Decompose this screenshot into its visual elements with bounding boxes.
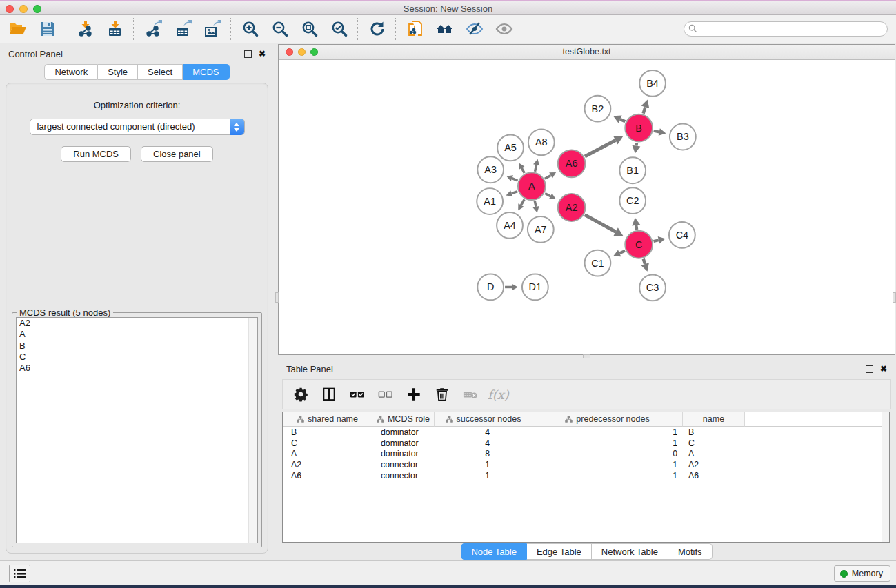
edge-C-C4[interactable] xyxy=(654,240,659,241)
table-scrollbar[interactable] xyxy=(882,412,889,542)
graph-node-B1[interactable]: B1 xyxy=(619,157,646,183)
tab-edge-table[interactable]: Edge Table xyxy=(527,543,592,560)
table-cell[interactable]: 0 xyxy=(532,449,683,460)
close-panel-button[interactable]: Close panel xyxy=(141,146,213,162)
tab-style[interactable]: Style xyxy=(98,64,138,80)
table-cell[interactable]: 1 xyxy=(532,470,683,481)
table-cell[interactable]: 1 xyxy=(532,438,683,449)
open-icon[interactable] xyxy=(8,20,27,39)
graph-node-B4[interactable]: B4 xyxy=(639,70,666,97)
table-row[interactable]: Adominator80A xyxy=(283,449,889,460)
edge-B-B4[interactable] xyxy=(644,107,646,113)
table-cell[interactable]: 8 xyxy=(435,449,532,460)
duplicate-network-icon[interactable] xyxy=(406,20,424,39)
tab-select[interactable]: Select xyxy=(138,64,183,80)
table-cell[interactable]: A xyxy=(283,449,372,460)
graph-node-B[interactable]: B xyxy=(625,114,653,142)
network-overview-icon[interactable] xyxy=(435,20,454,39)
graph-node-C4[interactable]: C4 xyxy=(669,222,695,248)
run-mcds-button[interactable]: Run MCDS xyxy=(61,146,131,162)
table-cell[interactable]: C xyxy=(683,438,745,449)
close-panel-icon[interactable]: ✖ xyxy=(259,50,266,57)
table-cell[interactable]: 4 xyxy=(435,427,532,438)
edge-C-C2[interactable] xyxy=(636,225,637,230)
edge-A6-B[interactable] xyxy=(585,140,615,156)
graph-node-C3[interactable]: C3 xyxy=(639,275,666,301)
graph-node-D1[interactable]: D1 xyxy=(522,274,548,301)
zoom-selected-icon[interactable] xyxy=(330,20,348,39)
table-row[interactable]: A6connector11A6 xyxy=(283,470,889,481)
search-input[interactable] xyxy=(684,21,888,37)
graph-node-B3[interactable]: B3 xyxy=(670,124,696,150)
mcds-result-item[interactable]: A6 xyxy=(17,363,257,374)
edge-A-A7[interactable] xyxy=(535,201,536,207)
network-window-titlebar[interactable]: testGlobe.txt xyxy=(279,45,895,60)
edge-A-A2[interactable] xyxy=(545,193,550,196)
select-all-icon[interactable] xyxy=(349,386,366,403)
import-network-icon[interactable] xyxy=(76,20,94,39)
column-header-MCDS-role[interactable]: MCDS role xyxy=(372,412,435,427)
tab-node-table[interactable]: Node Table xyxy=(461,543,527,560)
graph-node-C[interactable]: C xyxy=(625,231,653,258)
edge-B-B2[interactable] xyxy=(620,119,625,121)
hide-graphics-eye-icon[interactable] xyxy=(495,20,513,39)
graph-node-A2[interactable]: A2 xyxy=(558,194,586,221)
tab-network-table[interactable]: Network Table xyxy=(592,543,668,560)
column-header-successor-nodes[interactable]: successor nodes xyxy=(435,412,532,427)
edge-B-B3[interactable] xyxy=(654,131,659,132)
network-canvas[interactable]: AA5A8A3A1A4A7A6A2BB2B4B3B1CC2C4C1C3DD1 xyxy=(279,60,895,354)
columns-icon[interactable] xyxy=(321,386,337,403)
table-cell[interactable]: dominator xyxy=(372,427,435,438)
export-image-icon[interactable] xyxy=(203,20,221,39)
edge-A2-C[interactable] xyxy=(585,215,616,232)
network-graph[interactable]: AA5A8A3A1A4A7A6A2BB2B4B3B1CC2C4C1C3DD1 xyxy=(279,60,895,354)
table-cell[interactable]: dominator xyxy=(372,438,435,449)
left-splitter-grip[interactable] xyxy=(275,292,279,303)
zoom-fit-icon[interactable] xyxy=(300,20,319,39)
table-cell[interactable]: A6 xyxy=(283,470,372,481)
edge-C-C1[interactable] xyxy=(619,251,625,254)
settings-icon[interactable] xyxy=(292,386,309,403)
table-float-panel-icon[interactable] xyxy=(866,365,873,373)
graph-node-A5[interactable]: A5 xyxy=(497,134,524,161)
table-cell[interactable]: A2 xyxy=(683,459,745,470)
table-cell[interactable]: B xyxy=(283,427,372,438)
graph-node-A3[interactable]: A3 xyxy=(477,156,504,183)
graph-node-A6[interactable]: A6 xyxy=(558,150,586,177)
export-table-icon[interactable] xyxy=(173,20,192,39)
edge-B-B1[interactable] xyxy=(636,143,637,145)
table-cell[interactable]: connector xyxy=(372,459,435,470)
refresh-icon[interactable] xyxy=(368,20,386,39)
table-cell[interactable]: A6 xyxy=(683,470,745,481)
graph-node-B2[interactable]: B2 xyxy=(585,96,611,122)
mcds-result-item[interactable]: B xyxy=(17,341,257,352)
right-splitter-grip[interactable] xyxy=(893,292,896,303)
show-panels-button[interactable] xyxy=(9,565,30,582)
edge-A-A1[interactable] xyxy=(512,192,518,194)
table-cell[interactable]: 4 xyxy=(435,438,532,449)
mcds-result-item[interactable]: A xyxy=(17,329,257,340)
graph-node-A1[interactable]: A1 xyxy=(477,188,503,214)
table-cell[interactable]: 1 xyxy=(532,427,683,438)
table-cell[interactable]: dominator xyxy=(372,449,435,460)
float-panel-icon[interactable] xyxy=(244,50,252,58)
add-column-icon[interactable] xyxy=(406,386,422,403)
mcds-result-list[interactable]: A2ABCA6 xyxy=(16,317,258,543)
table-row[interactable]: A2connector11A2 xyxy=(283,459,889,470)
table-cell[interactable]: B xyxy=(683,427,745,438)
graph-node-C1[interactable]: C1 xyxy=(585,250,611,276)
table-close-panel-icon[interactable]: ✖ xyxy=(880,365,887,372)
tab-network[interactable]: Network xyxy=(44,64,98,80)
edge-C-C3[interactable] xyxy=(644,259,645,264)
memory-button[interactable]: Memory xyxy=(834,565,890,582)
graph-node-A8[interactable]: A8 xyxy=(528,130,555,156)
table-cell[interactable]: connector xyxy=(372,470,435,481)
delete-column-icon[interactable] xyxy=(434,386,450,403)
mcds-result-item[interactable]: A2 xyxy=(17,318,257,329)
table-cell[interactable]: A xyxy=(683,449,745,460)
table-cell[interactable]: A2 xyxy=(283,459,372,470)
import-table-icon[interactable] xyxy=(106,20,124,39)
table-cell[interactable]: C xyxy=(283,438,372,449)
edge-A-A4[interactable] xyxy=(521,199,524,205)
zoom-in-icon[interactable] xyxy=(241,20,259,39)
